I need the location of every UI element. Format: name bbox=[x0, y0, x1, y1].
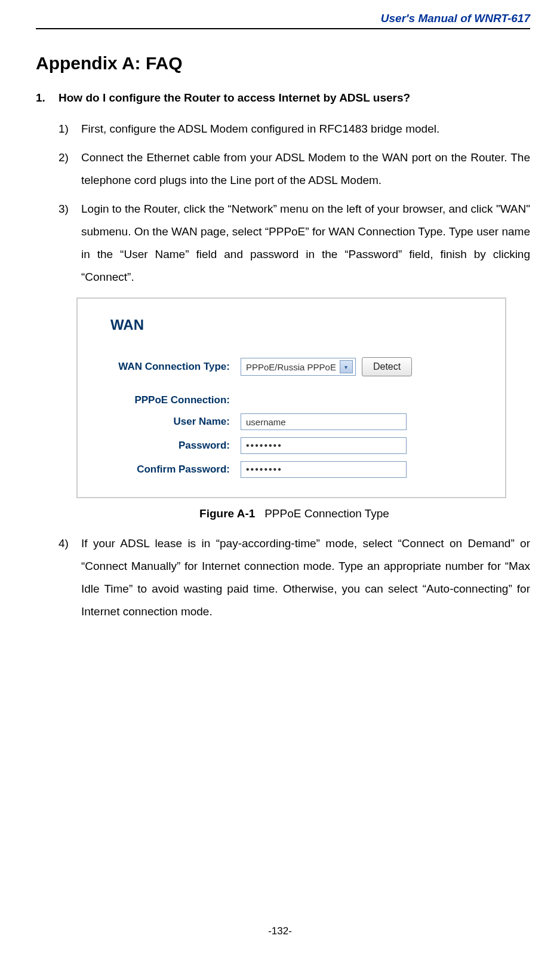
confirm-password-label: Confirm Password: bbox=[93, 464, 241, 476]
question-text: How do I configure the Router to access … bbox=[59, 91, 410, 105]
chevron-down-icon: ▾ bbox=[340, 360, 353, 373]
step-item: 2) Connect the Ethernet cable from your … bbox=[59, 146, 530, 192]
step-text: If your ADSL lease is in “pay-according-… bbox=[81, 532, 530, 623]
username-input[interactable]: username bbox=[241, 413, 407, 430]
confirm-password-value: •••••••• bbox=[246, 464, 282, 475]
figure-caption: Figure A-1 PPPoE Connection Type bbox=[59, 507, 530, 520]
pppoe-section-label: PPPoE Connection: bbox=[93, 394, 241, 406]
doc-header: User's Manual of WNRT-617 bbox=[36, 12, 530, 29]
password-value: •••••••• bbox=[246, 440, 282, 451]
step-item: 1) First, configure the ADSL Modem confi… bbox=[59, 118, 530, 140]
figure-heading: WAN bbox=[110, 317, 490, 333]
figure-caption-text: PPPoE Connection Type bbox=[255, 507, 389, 520]
confirm-password-input[interactable]: •••••••• bbox=[241, 461, 407, 478]
step-number: 1) bbox=[59, 118, 81, 140]
step-number: 4) bbox=[59, 532, 81, 623]
figure-screenshot: WAN WAN Connection Type: PPPoE/Russia PP… bbox=[76, 297, 506, 498]
wan-conn-label: WAN Connection Type: bbox=[93, 361, 241, 373]
wan-conn-value: PPPoE/Russia PPPoE bbox=[246, 362, 336, 372]
step-number: 3) bbox=[59, 198, 81, 289]
faq-question: 1. How do I configure the Router to acce… bbox=[36, 91, 530, 105]
step-text: First, configure the ADSL Modem configur… bbox=[81, 118, 530, 140]
step-item: 4) If your ADSL lease is in “pay-accordi… bbox=[59, 532, 530, 623]
wan-conn-select[interactable]: PPPoE/Russia PPPoE ▾ bbox=[241, 358, 356, 376]
question-number: 1. bbox=[36, 91, 59, 105]
username-label: User Name: bbox=[93, 416, 241, 428]
password-label: Password: bbox=[93, 440, 241, 452]
username-value: username bbox=[246, 417, 286, 427]
page-number: -132- bbox=[0, 925, 560, 937]
figure-caption-bold: Figure A-1 bbox=[199, 507, 255, 520]
step-number: 2) bbox=[59, 146, 81, 192]
detect-button[interactable]: Detect bbox=[362, 357, 412, 376]
page-title: Appendix A: FAQ bbox=[36, 53, 530, 73]
step-item: 3) Login to the Router, click the “Netwo… bbox=[59, 198, 530, 289]
step-text: Login to the Router, click the “Network”… bbox=[81, 198, 530, 289]
password-input[interactable]: •••••••• bbox=[241, 437, 407, 454]
step-text: Connect the Ethernet cable from your ADS… bbox=[81, 146, 530, 192]
